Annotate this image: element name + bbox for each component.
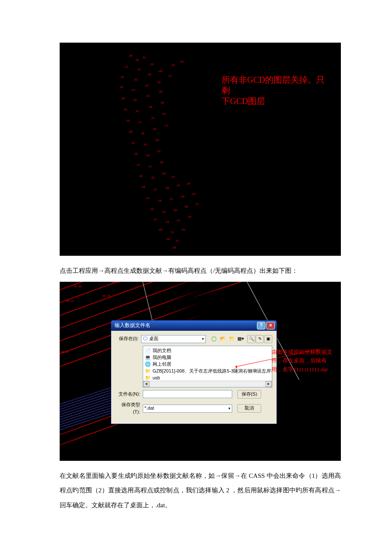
filetype-dropdown[interactable]: *.dat ▾: [143, 405, 232, 413]
computer-icon: 💻: [145, 354, 151, 361]
scroll-right-icon[interactable]: ▸: [265, 381, 272, 387]
list-item: 📄我的文档: [145, 347, 270, 354]
annotation-gcd-layer: 所有非GCD的图层关掉。只剩 下GCD图层: [222, 75, 332, 107]
tool-icon-2[interactable]: ▣: [264, 335, 272, 343]
save-file-dialog: 输入数据文件名 ? × 保存在(I): 🖵 桌面 ▾ ◯ 📂 📁: [111, 320, 277, 424]
filetype-value: *.dat: [144, 405, 154, 412]
dialog-title: 输入数据文件名: [115, 321, 150, 330]
folder-icon: 📄: [145, 347, 151, 354]
scroll-left-icon[interactable]: ◂: [143, 381, 150, 387]
folder-icon: 📁: [145, 374, 151, 381]
chevron-down-icon: ▾: [228, 405, 231, 411]
list-item: 🌐网上邻居: [145, 361, 270, 367]
annotation-line1: 所有非GCD的图层关掉。只剩: [222, 75, 325, 95]
filename-label: 文件名(N):: [115, 390, 140, 398]
help-button[interactable]: ?: [257, 322, 265, 330]
save-in-label: 保存在(I):: [115, 335, 138, 343]
instruction-paragraph-1: 点击工程应用→高程点生成数据文献→有编码高程点（/无编码高程点）出来如下图：: [60, 263, 341, 278]
save-in-value: 桌面: [149, 335, 159, 343]
cad-screenshot-save-dialog: -93.02-93.58 -94.11-93.87 -98.67 输入数据文件名…: [60, 282, 341, 461]
tool-icon-1[interactable]: ✎: [256, 335, 264, 343]
list-item: 📁usb: [145, 374, 270, 381]
back-icon[interactable]: ◯: [210, 335, 218, 343]
file-list[interactable]: 📄我的文档 💻我的电脑 🌐网上邻居 📁GZB[2011]-008、关于在左岸低线…: [143, 346, 272, 387]
new-folder-icon[interactable]: 📁: [228, 335, 236, 343]
filetype-label: 保存类型(T):: [115, 401, 140, 416]
filename-input[interactable]: [143, 390, 232, 398]
views-icon[interactable]: ▦▾: [237, 335, 245, 343]
list-item: 💻我的电脑: [145, 354, 270, 361]
annotation-generate-file: 由图生成原始坐标数据文件，存在桌面，后续有用，名字1111111111.dat: [271, 348, 337, 374]
cancel-button[interactable]: 取消: [237, 404, 261, 413]
folder-icon: 📁: [145, 367, 151, 374]
up-one-level-icon[interactable]: 📂: [219, 335, 227, 343]
instruction-paragraph-2: 在文献名里面输入要生成旳原始坐标数据文献名称，如→保留→在 CASS 中会出来命…: [60, 468, 341, 513]
annotation-line2: 下GCD图层: [222, 96, 265, 106]
cad-screenshot-gcd-layer: 所有非GCD的图层关掉。只剩 下GCD图层 .60.58.61 .57.62.5…: [60, 43, 341, 256]
desktop-icon: 🖵: [143, 335, 147, 343]
horizontal-scrollbar[interactable]: ◂ ▸: [143, 381, 272, 387]
list-item: 📁GZB[2011]-008、关于在左岸低线路5-3隧洞右侧增设左岸导流隧洞通风…: [145, 367, 270, 374]
search-icon[interactable]: 🔍: [247, 335, 255, 343]
chevron-down-icon: ▾: [202, 336, 204, 342]
save-button[interactable]: 保存(S): [237, 390, 261, 399]
dialog-titlebar[interactable]: 输入数据文件名 ? ×: [111, 321, 277, 331]
network-icon: 🌐: [145, 361, 151, 367]
save-in-dropdown[interactable]: 🖵 桌面 ▾: [141, 335, 206, 343]
close-button[interactable]: ×: [266, 322, 275, 330]
